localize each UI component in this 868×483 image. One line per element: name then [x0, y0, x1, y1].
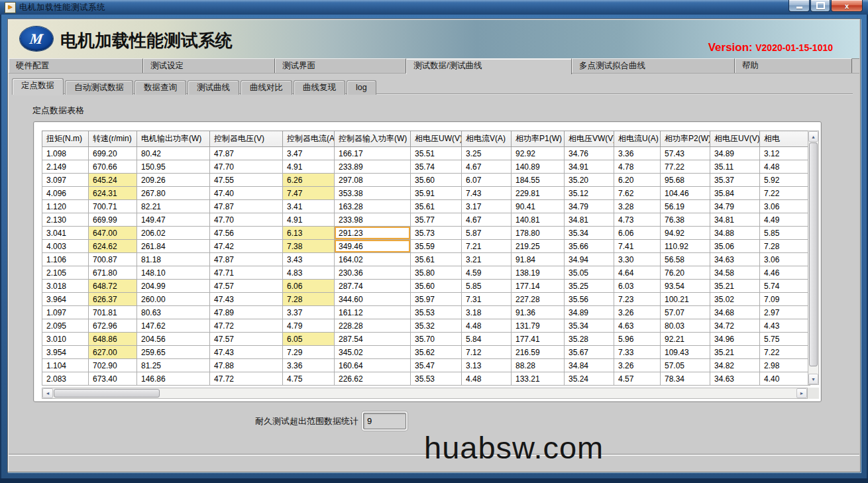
table-cell[interactable]: 3.21 — [462, 253, 512, 266]
table-cell[interactable]: 233.89 — [335, 160, 411, 174]
column-header[interactable]: 相电压UW(V) — [411, 131, 462, 147]
table-cell[interactable]: 34.81 — [565, 213, 614, 227]
table-cell[interactable]: 3.041 — [42, 227, 89, 240]
vertical-scrollbar[interactable]: ▲ ▼ — [808, 131, 819, 385]
table-cell[interactable]: 229.81 — [512, 187, 565, 200]
table-cell[interactable]: 35.56 — [565, 293, 614, 306]
table-cell[interactable]: 5.84 — [462, 333, 512, 346]
table-cell[interactable]: 3.36 — [614, 147, 661, 160]
table-cell[interactable]: 3.010 — [42, 333, 89, 346]
table-cell[interactable]: 1.097 — [42, 306, 89, 319]
table-cell[interactable]: 624.31 — [89, 187, 137, 200]
table-cell[interactable]: 34.68 — [710, 306, 760, 319]
table-cell[interactable]: 47.43 — [210, 346, 283, 359]
table-cell[interactable]: 7.21 — [462, 240, 512, 253]
table-cell[interactable]: 133.21 — [512, 372, 565, 386]
table-cell[interactable]: 34.89 — [565, 306, 614, 319]
table-cell[interactable]: 4.59 — [462, 266, 512, 280]
table-cell[interactable]: 624.62 — [89, 240, 137, 253]
table-cell[interactable]: 34.81 — [710, 213, 760, 227]
table-cell[interactable]: 7.47 — [283, 187, 335, 200]
table-cell[interactable]: 35.73 — [411, 227, 462, 240]
table-cell[interactable]: 148.10 — [137, 266, 210, 280]
tab-multipoint-fit-curves[interactable]: 多点测试拟合曲线 — [572, 58, 735, 73]
table-cell[interactable]: 287.54 — [335, 333, 411, 346]
table-cell[interactable]: 1.120 — [42, 200, 89, 213]
table-cell[interactable]: 1.098 — [42, 147, 89, 160]
table-cell[interactable]: 35.21 — [710, 280, 760, 293]
column-header[interactable]: 电机输出功率(W) — [137, 131, 210, 147]
column-header[interactable]: 扭矩(N.m) — [42, 131, 89, 147]
table-cell[interactable]: 3.47 — [283, 147, 335, 160]
table-cell[interactable]: 4.48 — [462, 319, 512, 333]
column-header[interactable]: 相电流U(A) — [614, 131, 661, 147]
table-cell[interactable]: 47.57 — [210, 333, 283, 346]
table-cell[interactable]: 47.72 — [210, 319, 283, 333]
table-cell[interactable]: 2.98 — [760, 359, 810, 372]
table-cell[interactable]: 94.92 — [661, 227, 710, 240]
table-cell[interactable]: 34.84 — [565, 359, 614, 372]
table-cell[interactable]: 2.095 — [42, 319, 89, 333]
table-cell[interactable]: 100.21 — [661, 293, 710, 306]
table-cell[interactable]: 3.26 — [614, 359, 661, 372]
table-cell[interactable]: 2.149 — [42, 160, 89, 174]
tab-test-interface[interactable]: 测试界面 — [275, 58, 406, 73]
table-cell[interactable]: 4.75 — [283, 372, 335, 386]
table-cell[interactable]: 5.96 — [614, 333, 661, 346]
table-cell[interactable]: 34.76 — [565, 147, 614, 160]
table-cell[interactable]: 78.34 — [661, 372, 710, 386]
subtab-curve-compare[interactable]: 曲线对比 — [241, 80, 292, 95]
table-cell[interactable]: 140.89 — [512, 160, 565, 174]
table-cell[interactable]: 2.083 — [42, 372, 89, 386]
table-cell[interactable]: 7.29 — [283, 346, 335, 359]
table-cell[interactable]: 47.55 — [210, 174, 283, 187]
column-header[interactable]: 相功率P2(W) — [661, 131, 710, 147]
table-cell[interactable]: 4.91 — [283, 213, 335, 227]
table-cell[interactable]: 35.28 — [565, 333, 614, 346]
table-cell[interactable]: 648.72 — [89, 280, 137, 293]
table-cell[interactable]: 204.99 — [137, 280, 210, 293]
table-cell[interactable]: 671.80 — [89, 266, 137, 280]
table-cell[interactable]: 35.60 — [411, 174, 462, 187]
table-cell[interactable]: 2.130 — [42, 213, 89, 227]
table-cell[interactable]: 5.74 — [760, 280, 810, 293]
table-cell[interactable]: 297.08 — [335, 174, 411, 187]
table-cell[interactable]: 47.89 — [210, 306, 283, 319]
table-cell[interactable]: 34.63 — [710, 253, 760, 266]
column-header[interactable]: 相电 — [760, 131, 810, 147]
table-cell[interactable]: 177.14 — [512, 280, 565, 293]
table-cell[interactable]: 4.003 — [42, 240, 89, 253]
table-cell[interactable]: 260.00 — [137, 293, 210, 306]
table-cell[interactable]: 6.06 — [614, 227, 661, 240]
table-cell[interactable]: 7.62 — [614, 187, 661, 200]
table-cell[interactable]: 4.91 — [283, 160, 335, 174]
titlebar[interactable]: ▶ 电机加载性能测试系统 x — [0, 0, 868, 15]
table-cell[interactable]: 35.34 — [565, 227, 614, 240]
table-cell[interactable]: 219.25 — [512, 240, 565, 253]
horizontal-scrollbar-thumb[interactable] — [54, 389, 160, 398]
table-cell[interactable]: 35.97 — [411, 293, 462, 306]
table-cell[interactable]: 291.23 — [335, 227, 411, 240]
table-cell[interactable]: 3.25 — [462, 147, 512, 160]
table-cell[interactable]: 110.92 — [661, 240, 710, 253]
table-cell[interactable]: 645.24 — [89, 174, 137, 187]
table-cell[interactable]: 6.06 — [283, 280, 335, 293]
close-button[interactable]: x — [831, 0, 863, 12]
table-cell[interactable]: 4.48 — [462, 372, 512, 386]
table-cell[interactable]: 669.99 — [89, 213, 137, 227]
table-cell[interactable]: 35.77 — [411, 213, 462, 227]
table-cell[interactable]: 4.73 — [614, 213, 661, 227]
table-cell[interactable]: 34.58 — [710, 266, 760, 280]
table-cell[interactable]: 6.13 — [283, 227, 335, 240]
table-cell[interactable]: 3.28 — [614, 200, 661, 213]
table-cell[interactable]: 34.89 — [710, 147, 760, 160]
table-cell[interactable]: 80.63 — [137, 306, 210, 319]
column-header[interactable]: 相电压UV(V) — [710, 131, 760, 147]
table-cell[interactable]: 149.47 — [137, 213, 210, 227]
table-cell[interactable]: 627.00 — [89, 346, 137, 359]
table-cell[interactable]: 80.03 — [661, 319, 710, 333]
table-cell[interactable]: 35.20 — [565, 174, 614, 187]
table-cell[interactable]: 4.096 — [42, 187, 89, 200]
table-cell[interactable]: 166.17 — [335, 147, 411, 160]
table-cell[interactable]: 34.96 — [710, 333, 760, 346]
